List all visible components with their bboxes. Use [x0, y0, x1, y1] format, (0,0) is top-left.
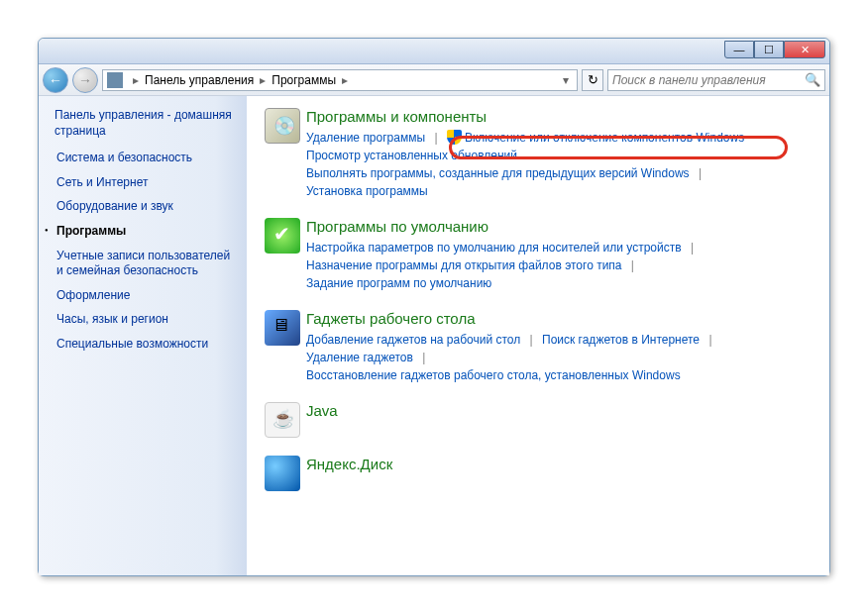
- section-title-gadgets[interactable]: Гаджеты рабочего стола: [306, 310, 812, 327]
- link-remove-gadgets[interactable]: Удаление гаджетов: [306, 351, 413, 364]
- sidebar-item-appearance[interactable]: Оформление: [54, 288, 237, 304]
- chevron-right-icon: ▸: [133, 73, 139, 87]
- section-desktop-gadgets: Гаджеты рабочего стола Добавление гаджет…: [265, 310, 812, 384]
- section-title-java[interactable]: Java: [306, 402, 812, 419]
- search-icon[interactable]: 🔍: [805, 72, 820, 87]
- sidebar-item-system[interactable]: Система и безопасность: [54, 151, 237, 166]
- link-install-program[interactable]: Установка программы: [306, 184, 428, 198]
- search-input[interactable]: [612, 73, 805, 87]
- link-view-updates[interactable]: Просмотр установленных обновлений: [306, 149, 517, 162]
- defaults-icon: [265, 218, 300, 254]
- maximize-button[interactable]: ☐: [754, 41, 784, 58]
- close-button[interactable]: ✕: [784, 41, 825, 58]
- titlebar: — ☐ ✕: [39, 39, 829, 64]
- sidebar-item-accounts[interactable]: Учетные записи пользователей и семейная …: [54, 249, 237, 279]
- separator: |: [708, 333, 711, 347]
- navigation-bar: ← → ▸ Панель управления ▸ Программы ▸ ▾ …: [39, 64, 829, 96]
- back-button[interactable]: ←: [43, 67, 68, 93]
- section-title-yandex[interactable]: Яндекс.Диск: [306, 456, 812, 472]
- location-icon: [107, 72, 123, 88]
- link-media-defaults[interactable]: Настройка параметров по умолчанию для но…: [306, 241, 682, 255]
- section-title-programs[interactable]: Программы и компоненты: [306, 108, 812, 125]
- section-programs-components: Программы и компоненты Удаление программ…: [265, 108, 812, 200]
- link-windows-features[interactable]: Включение или отключение компонентов Win…: [447, 131, 744, 145]
- body-area: Панель управления - домашняя страница Си…: [39, 96, 829, 575]
- link-find-gadgets[interactable]: Поиск гаджетов в Интернете: [542, 333, 700, 347]
- link-windows-features-label: Включение или отключение компонентов Win…: [465, 131, 744, 145]
- programs-icon: [265, 108, 300, 144]
- gadgets-icon: [265, 310, 300, 346]
- address-bar[interactable]: ▸ Панель управления ▸ Программы ▸ ▾: [102, 69, 578, 91]
- link-restore-gadgets[interactable]: Восстановление гаджетов рабочего стола, …: [306, 368, 681, 382]
- window-controls: — ☐ ✕: [724, 41, 825, 58]
- java-icon: [265, 402, 300, 438]
- chevron-right-icon: ▸: [260, 73, 266, 87]
- section-title-defaults[interactable]: Программы по умолчанию: [306, 218, 812, 235]
- link-set-defaults[interactable]: Задание программ по умолчанию: [306, 276, 491, 290]
- content-area: Программы и компоненты Удаление программ…: [247, 96, 829, 575]
- chevron-right-icon: ▸: [342, 73, 348, 87]
- link-compat-programs[interactable]: Выполнять программы, созданные для преды…: [306, 166, 690, 180]
- forward-button[interactable]: →: [72, 67, 98, 93]
- control-panel-window: — ☐ ✕ ← → ▸ Панель управления ▸ Программ…: [38, 38, 830, 576]
- sidebar-item-hardware[interactable]: Оборудование и звук: [54, 199, 237, 215]
- separator: |: [631, 258, 634, 272]
- minimize-button[interactable]: —: [724, 41, 754, 58]
- link-add-gadgets[interactable]: Добавление гаджетов на рабочий стол: [306, 333, 520, 347]
- section-default-programs: Программы по умолчанию Настройка парамет…: [265, 218, 812, 292]
- sidebar-item-programs[interactable]: Программы: [54, 224, 237, 240]
- address-dropdown-icon[interactable]: ▾: [559, 73, 573, 87]
- sidebar-item-network[interactable]: Сеть и Интернет: [54, 175, 237, 191]
- search-box[interactable]: 🔍: [607, 69, 825, 91]
- separator: |: [530, 333, 533, 347]
- breadcrumb-current[interactable]: Программы: [271, 73, 336, 87]
- yandex-disk-icon: [265, 456, 300, 491]
- sidebar-item-accessibility[interactable]: Специальные возможности: [54, 337, 237, 353]
- breadcrumb-root[interactable]: Панель управления: [145, 73, 254, 87]
- separator: |: [691, 241, 694, 255]
- separator: |: [699, 166, 702, 180]
- refresh-button[interactable]: ↻: [582, 69, 603, 91]
- sidebar-home[interactable]: Панель управления - домашняя страница: [54, 108, 237, 139]
- sidebar-item-clock[interactable]: Часы, язык и регион: [54, 312, 237, 328]
- section-java: Java: [265, 402, 812, 438]
- link-uninstall-program[interactable]: Удаление программы: [306, 131, 425, 145]
- sidebar: Панель управления - домашняя страница Си…: [39, 96, 247, 575]
- separator: |: [422, 351, 425, 364]
- link-file-assoc[interactable]: Назначение программы для открытия файлов…: [306, 258, 622, 272]
- shield-icon: [447, 130, 462, 145]
- separator: |: [434, 131, 437, 145]
- section-yandex-disk: Яндекс.Диск: [265, 456, 812, 491]
